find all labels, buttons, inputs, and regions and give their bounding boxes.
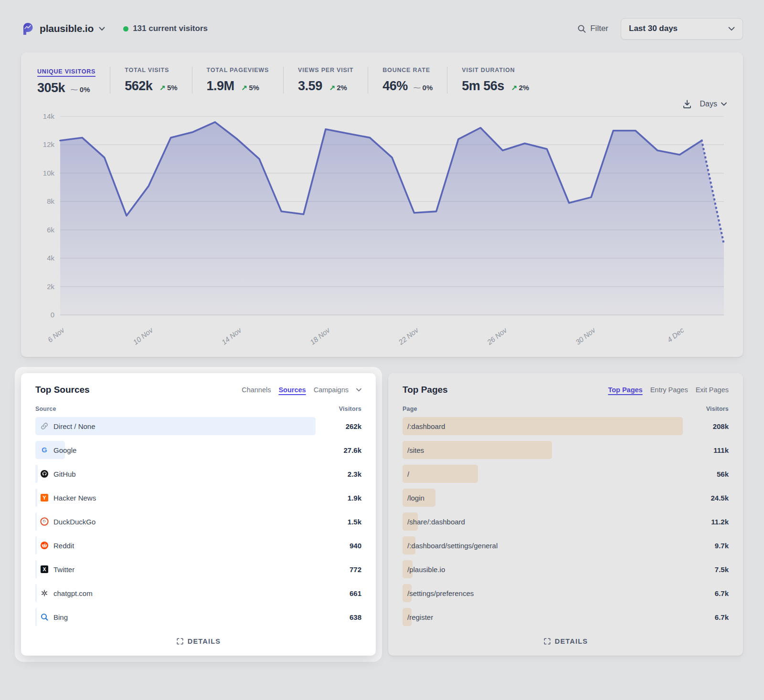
metric-label[interactable]: BOUNCE RATE: [382, 67, 433, 73]
top-pages-list: /:dashboard208k/sites111k/56k/login24.5k…: [403, 417, 729, 626]
metric-total-pageviews[interactable]: TOTAL PAGEVIEWS1.9M↗5%: [192, 67, 284, 94]
filter-button[interactable]: Filter: [577, 24, 608, 33]
y-axis-label: 4k: [47, 254, 54, 262]
row-visitors-value: 661: [316, 589, 361, 597]
row-bar-zone: /settings/preferences: [403, 584, 683, 602]
sources-details-button[interactable]: DETAILS: [35, 634, 361, 647]
visitors-chart[interactable]: 02k4k6k8k10k12k14k6 Nov10 Nov14 Nov18 No…: [36, 110, 728, 350]
row-label: Direct / None: [53, 422, 96, 430]
list-item-twitter[interactable]: XTwitter772: [35, 560, 361, 578]
row-visitors-value: 111k: [683, 446, 729, 454]
list-item-chatgpt-com[interactable]: chatgpt.com661: [35, 584, 361, 602]
list-item-direct-none[interactable]: Direct / None262k: [35, 417, 361, 435]
list-item-bing[interactable]: Bing638: [35, 608, 361, 626]
row-visitors-value: 56k: [683, 470, 729, 478]
row-bar-zone: /share/:dashboard: [403, 512, 683, 531]
list-item-plausible-io[interactable]: /plausible.io7.5k: [403, 560, 729, 578]
row-content: Bing: [35, 613, 68, 621]
tab-exit-pages[interactable]: Exit Pages: [696, 386, 729, 394]
list-item-dashboard-settings-general[interactable]: /:dashboard/settings/general9.7k: [403, 536, 729, 554]
row-bar-zone: /register: [403, 608, 683, 626]
current-visitors[interactable]: 131 current visitors: [123, 24, 208, 33]
trend-flat-icon: ~: [413, 84, 421, 92]
tab-channels[interactable]: Channels: [242, 386, 271, 394]
tab-entry-pages[interactable]: Entry Pages: [650, 386, 688, 394]
metric-label[interactable]: TOTAL VISITS: [125, 67, 177, 73]
metric-total-visits[interactable]: TOTAL VISITS562k↗5%: [110, 67, 191, 94]
highlight-halo: Top Sources ChannelsSourcesCampaigns Sou…: [15, 367, 382, 662]
metric-visit-duration[interactable]: VISIT DURATION5m 56s↗2%: [447, 67, 543, 94]
tab-campaigns[interactable]: Campaigns: [314, 386, 349, 394]
link-favicon-icon: [40, 422, 49, 430]
metric-label[interactable]: VISIT DURATION: [462, 67, 529, 73]
live-dot-icon: [123, 26, 128, 31]
row-label: Google: [53, 446, 76, 454]
list-item-dashboard[interactable]: /:dashboard208k: [403, 417, 729, 435]
top-sources-tabs: ChannelsSourcesCampaigns: [242, 386, 361, 394]
metric-value-row: 3.59↗2%: [298, 79, 353, 94]
pages-details-button[interactable]: DETAILS: [403, 634, 729, 647]
row-content: GGoogle: [35, 446, 76, 454]
row-bar-zone: Reddit: [35, 536, 316, 554]
date-range-select[interactable]: Last 30 days: [621, 18, 743, 40]
list-item-google[interactable]: GGoogle27.6k: [35, 441, 361, 459]
row-bar-zone: /plausible.io: [403, 560, 683, 578]
row-label: /register: [407, 613, 433, 621]
list-item-hacker-news[interactable]: YHacker News1.9k: [35, 489, 361, 507]
plausible-logo-icon: [21, 22, 34, 35]
list-item-reddit[interactable]: Reddit940: [35, 536, 361, 554]
visitors-chart-card: UNIQUE VISITORS305k~0%TOTAL VISITS562k↗5…: [21, 52, 743, 357]
visitors-area-chart[interactable]: 02k4k6k8k10k12k14k6 Nov10 Nov14 Nov18 No…: [36, 110, 728, 348]
svg-text:G: G: [42, 446, 47, 454]
row-visitors-value: 1.9k: [316, 494, 361, 502]
row-label: /settings/preferences: [407, 589, 474, 597]
row-visitors-value: 7.5k: [683, 565, 729, 574]
list-item-github[interactable]: GitHub2.3k: [35, 465, 361, 483]
row-label: /share/:dashboard: [407, 518, 465, 526]
list-item-settings-preferences[interactable]: /settings/preferences6.7k: [403, 584, 729, 602]
row-visitors-value: 9.7k: [683, 542, 729, 550]
row-bar-zone: Bing: [35, 608, 316, 626]
x-axis-label: 4 Dec: [666, 326, 686, 344]
metric-unique-visitors[interactable]: UNIQUE VISITORS305k~0%: [36, 67, 110, 95]
list-item-duckduckgo[interactable]: DuckDuckGo1.5k: [35, 512, 361, 531]
row-content: /sites: [403, 446, 424, 454]
metric-views-per-visit[interactable]: VIEWS PER VISIT3.59↗2%: [283, 67, 368, 94]
google-favicon-icon: G: [40, 446, 49, 454]
chevron-down-icon: [728, 27, 735, 31]
row-bar-zone: chatgpt.com: [35, 584, 316, 602]
site-switcher[interactable]: plausible.io: [21, 22, 105, 35]
metric-value-row: 5m 56s↗2%: [462, 79, 529, 94]
tab-top-pages[interactable]: Top Pages: [608, 386, 642, 394]
x-axis-label: 6 Nov: [46, 325, 67, 344]
list-item-register[interactable]: /register6.7k: [403, 608, 729, 626]
row-bar-zone: /:dashboard/settings/general: [403, 536, 683, 554]
top-pages-title: Top Pages: [403, 385, 448, 395]
row-label: Twitter: [53, 565, 74, 574]
pages-details-label: DETAILS: [555, 637, 588, 645]
metric-value: 562k: [125, 79, 152, 94]
sources-details-label: DETAILS: [188, 637, 221, 645]
metric-change: ↗5%: [242, 84, 259, 92]
top-bar: plausible.io 131 current visitors Filter…: [21, 17, 743, 40]
github-favicon-icon: [40, 470, 49, 478]
list-item-[interactable]: /56k: [403, 465, 729, 483]
list-item-share-dashboard[interactable]: /share/:dashboard11.2k: [403, 512, 729, 531]
metric-bounce-rate[interactable]: BOUNCE RATE46%~0%: [368, 67, 447, 94]
top-sources-title: Top Sources: [35, 385, 90, 395]
chart-area-fill: [60, 122, 724, 315]
list-item-login[interactable]: /login24.5k: [403, 489, 729, 507]
tab-sources[interactable]: Sources: [278, 386, 306, 394]
visitors-column-header: Visitors: [339, 406, 361, 412]
metric-change: ↗5%: [159, 84, 177, 92]
list-item-sites[interactable]: /sites111k: [403, 441, 729, 459]
metric-value: 5m 56s: [462, 79, 504, 94]
twitter-favicon-icon: X: [40, 565, 49, 574]
metric-label[interactable]: UNIQUE VISITORS: [37, 68, 96, 77]
interval-dropdown[interactable]: Days: [700, 100, 727, 108]
metric-label[interactable]: TOTAL PAGEVIEWS: [207, 67, 269, 73]
download-icon[interactable]: [682, 99, 692, 109]
chevron-down-icon[interactable]: [356, 388, 361, 392]
metric-label[interactable]: VIEWS PER VISIT: [298, 67, 353, 73]
row-label: /plausible.io: [407, 565, 445, 574]
